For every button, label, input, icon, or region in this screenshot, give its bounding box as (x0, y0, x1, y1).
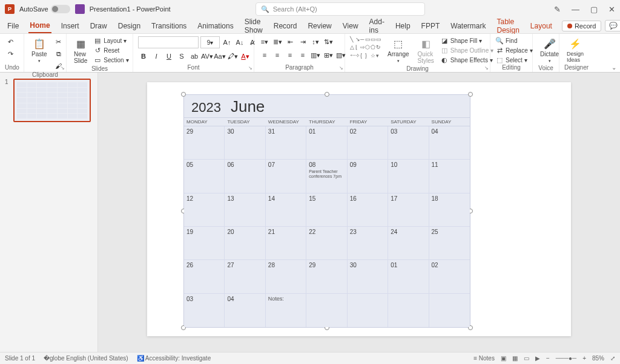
tab-animations[interactable]: Animations (196, 19, 234, 33)
case-button[interactable]: Aa▾ (214, 51, 225, 62)
bold-button[interactable]: B (138, 51, 149, 62)
view-reading-button[interactable]: ▭ (524, 355, 529, 362)
shape-outline-button[interactable]: ◫Shape Outline ▾ (440, 46, 493, 54)
find-button[interactable]: 🔍Find (495, 36, 533, 45)
calendar-cell[interactable]: 13 (225, 193, 265, 227)
calendar-cell[interactable]: 29 (306, 260, 347, 293)
calendar-cell[interactable]: 28 (266, 260, 306, 293)
grow-font-button[interactable]: A↑ (222, 37, 232, 48)
calendar-cell[interactable]: 30 (348, 260, 388, 293)
text-direction-button[interactable]: ⇅▾ (323, 36, 334, 47)
font-color-button[interactable]: A▾ (240, 51, 251, 62)
close-button[interactable]: ✕ (608, 5, 615, 14)
calendar-cell[interactable]: 11 (429, 160, 470, 193)
tab-layout[interactable]: Layout (529, 19, 553, 33)
tab-home[interactable]: Home (28, 19, 51, 33)
notes-label[interactable]: Notes: (268, 296, 303, 302)
tab-insert[interactable]: Insert (60, 19, 81, 33)
new-slide-button[interactable]: ▦New Slide (71, 36, 90, 65)
calendar-cell[interactable]: 01 (306, 126, 347, 160)
tab-fppt[interactable]: FPPT (420, 19, 441, 33)
align-center-button[interactable]: ≡ (272, 50, 283, 60)
tab-view[interactable]: View (341, 19, 360, 33)
align-text-button[interactable]: ⊞▾ (323, 50, 334, 60)
shapes-gallery[interactable]: ╲↘─▭▭▭ △⌊⇨⬡⬠↻ ⬳✧{}☆▾ (350, 36, 381, 60)
language-status[interactable]: �globe English (United States) (44, 355, 128, 362)
calendar-cell[interactable]: 24 (388, 227, 429, 260)
spacing-button[interactable]: AV▾ (202, 51, 213, 62)
calendar-cell[interactable]: 16 (348, 193, 388, 227)
fit-to-window-button[interactable]: ⤢ (610, 355, 615, 362)
clipboard-dialog-launcher[interactable]: ↘ (61, 65, 65, 71)
autosave-toggle[interactable] (51, 5, 70, 13)
slide-thumbnail-pane[interactable]: 1 (0, 73, 98, 352)
tab-watermark[interactable]: Watermark (449, 19, 487, 33)
calendar-event[interactable]: Parent Teacher conferences 7pm (309, 169, 344, 178)
dow-cell[interactable]: SATURDAY (388, 118, 429, 126)
calendar-cell[interactable]: 14 (266, 193, 306, 227)
pen-icon[interactable]: ✎ (554, 5, 561, 14)
view-normal-button[interactable]: ▣ (501, 355, 506, 362)
shape-effects-button[interactable]: ◐Shape Effects ▾ (440, 56, 493, 64)
slide-thumbnail-1[interactable] (13, 79, 91, 122)
strike-button[interactable]: S (176, 51, 187, 62)
shape-fill-button[interactable]: ◪Shape Fill ▾ (440, 36, 493, 45)
calendar-cell[interactable]: 15 (306, 193, 347, 227)
justify-button[interactable]: ≡ (297, 50, 308, 60)
select-button[interactable]: ⬚Select ▾ (495, 56, 533, 64)
slide[interactable]: 2023 June MONDAY TUESDAY WEDNESDAY THURS… (147, 82, 571, 336)
tab-draw[interactable]: Draw (89, 19, 108, 33)
replace-button[interactable]: ⇄Replace ▾ (495, 46, 533, 54)
calendar-cell[interactable]: 20 (225, 227, 265, 260)
font-size-combo[interactable]: 9 ▾ (200, 36, 220, 48)
numbering-button[interactable]: ≣▾ (272, 36, 283, 47)
tab-review[interactable]: Review (306, 19, 332, 33)
zoom-in-button[interactable]: + (582, 355, 586, 362)
tab-design[interactable]: Design (117, 19, 142, 33)
calendar-cell[interactable]: 08Parent Teacher conferences 7pm (306, 160, 347, 193)
view-sorter-button[interactable]: ▦ (512, 355, 518, 362)
calendar-cell[interactable]: Notes: (266, 294, 306, 327)
calendar-dow-row[interactable]: MONDAY TUESDAY WEDNESDAY THURSDAY FRIDAY… (184, 117, 470, 126)
calendar-cell[interactable]: 02 (348, 126, 388, 160)
dow-cell[interactable]: THURSDAY (306, 118, 347, 126)
notes-button[interactable]: ≡ Notes (473, 355, 495, 362)
slide-canvas-area[interactable]: 2023 June MONDAY TUESDAY WEDNESDAY THURS… (98, 73, 620, 352)
calendar-cell[interactable]: 19 (184, 227, 225, 260)
calendar-cell[interactable]: 02 (429, 260, 470, 293)
dow-cell[interactable]: MONDAY (184, 118, 225, 126)
cut-button[interactable]: ✂ (53, 36, 64, 47)
calendar-cell[interactable]: 18 (429, 193, 470, 227)
minimize-button[interactable]: ― (572, 5, 579, 14)
drawing-dialog-launcher[interactable]: ↘ (484, 65, 489, 71)
line-spacing-button[interactable]: ↕▾ (310, 36, 321, 47)
calendar-cell[interactable] (348, 294, 388, 327)
collapse-ribbon-button[interactable]: ⌄ (612, 64, 616, 71)
search-box[interactable]: 🔍 Search (Alt+Q) (256, 2, 425, 16)
calendar-cell[interactable]: 04 (429, 126, 470, 160)
zoom-slider[interactable]: ───●─ (556, 355, 576, 362)
record-button[interactable]: Record (562, 21, 601, 31)
dictate-button[interactable]: 🎤Dictate▾ (538, 36, 561, 65)
undo-button[interactable]: ↶ (5, 36, 16, 47)
font-dialog-launcher[interactable]: ↘ (248, 65, 252, 71)
reset-button[interactable]: ↺Reset (93, 46, 128, 54)
calendar-cell[interactable]: 03 (184, 294, 225, 327)
indent-button[interactable]: ⇥ (297, 36, 308, 47)
highlight-button[interactable]: 🖍▾ (227, 51, 238, 62)
shadow-button[interactable]: ab (189, 51, 200, 62)
calendar-cell[interactable]: 31 (266, 126, 306, 160)
dow-cell[interactable]: WEDNESDAY (266, 118, 306, 126)
calendar-cell[interactable]: 25 (429, 227, 470, 260)
calendar-cell[interactable]: 03 (388, 126, 429, 160)
maximize-button[interactable]: ▢ (590, 5, 598, 14)
calendar-cell[interactable] (388, 294, 429, 327)
calendar-cell[interactable]: 22 (306, 227, 347, 260)
calendar-cell[interactable]: 17 (388, 193, 429, 227)
selection-handle[interactable] (468, 92, 473, 97)
calendar-cell[interactable]: 10 (388, 160, 429, 193)
calendar-object[interactable]: 2023 June MONDAY TUESDAY WEDNESDAY THURS… (183, 94, 470, 328)
calendar-cell[interactable]: 01 (388, 260, 429, 293)
accessibility-status[interactable]: ♿ Accessibility: Investigate (137, 355, 211, 362)
calendar-cell[interactable] (306, 294, 347, 327)
